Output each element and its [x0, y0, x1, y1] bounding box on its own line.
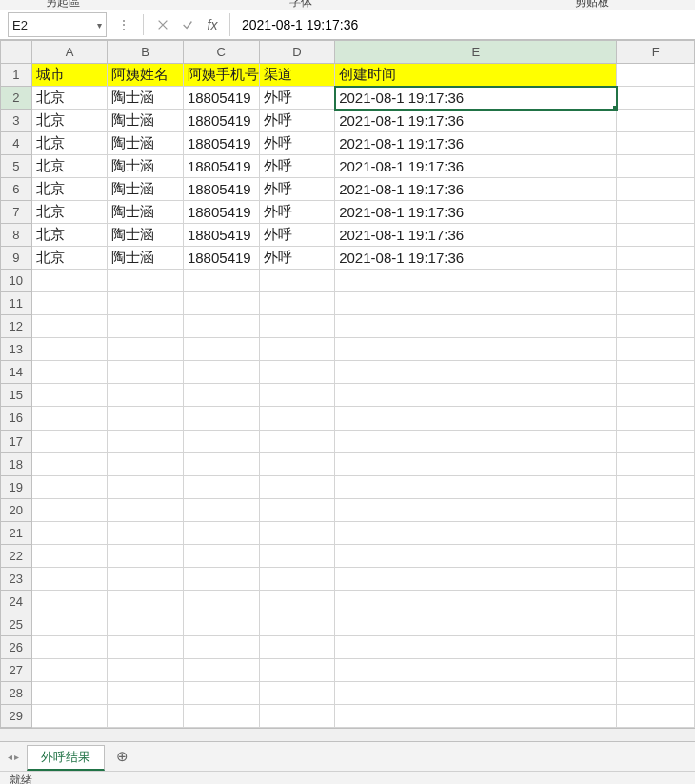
cell[interactable] [617, 407, 695, 430]
cell[interactable] [183, 498, 259, 521]
cell[interactable] [183, 270, 259, 292]
cell[interactable]: 18805419 [183, 178, 259, 201]
cell[interactable] [259, 384, 335, 407]
cell[interactable] [31, 613, 108, 635]
cell[interactable] [31, 315, 108, 338]
cell[interactable] [183, 658, 259, 681]
cell[interactable] [617, 498, 695, 521]
header-cell[interactable]: 创建时间 [335, 64, 617, 87]
cell[interactable] [108, 658, 184, 681]
cell[interactable] [259, 475, 335, 498]
spreadsheet-grid[interactable]: ABCDEF1城市阿姨姓名阿姨手机号渠道创建时间2北京陶士涵18805419外呼… [0, 40, 695, 728]
row-header[interactable]: 26 [1, 635, 32, 658]
column-header-B[interactable]: B [108, 41, 184, 64]
cell[interactable]: 外呼 [259, 132, 335, 155]
cell[interactable] [617, 590, 695, 613]
cell[interactable] [183, 704, 259, 727]
cell[interactable] [259, 430, 335, 452]
cell[interactable]: 陶士涵 [108, 87, 184, 110]
row-header[interactable]: 25 [1, 613, 32, 635]
cell[interactable] [259, 338, 335, 361]
cell[interactable] [335, 270, 617, 292]
cell[interactable] [617, 178, 695, 201]
row-header[interactable]: 29 [1, 704, 32, 727]
cell[interactable] [335, 590, 617, 613]
cell[interactable] [108, 704, 184, 727]
cell[interactable] [183, 475, 259, 498]
cell[interactable] [259, 361, 335, 384]
row-header[interactable]: 22 [1, 544, 32, 567]
cell[interactable]: 北京 [31, 87, 108, 110]
row-header[interactable]: 9 [1, 247, 32, 270]
cell[interactable]: 陶士涵 [108, 201, 184, 224]
tab-nav-first-icon[interactable]: ◂ [8, 752, 12, 762]
cell[interactable] [183, 567, 259, 590]
cell[interactable]: 18805419 [183, 247, 259, 270]
cell[interactable] [31, 338, 108, 361]
cell[interactable] [335, 407, 617, 430]
cell[interactable] [183, 613, 259, 635]
cell[interactable] [31, 407, 108, 430]
cell[interactable] [108, 498, 184, 521]
cell[interactable] [108, 635, 184, 658]
cell[interactable] [617, 452, 695, 475]
column-header-F[interactable]: F [617, 41, 695, 64]
cell[interactable]: 陶士涵 [108, 224, 184, 247]
cell[interactable]: 2021-08-1 19:17:36 [335, 247, 617, 270]
cell[interactable] [31, 498, 108, 521]
cell[interactable]: 陶士涵 [108, 155, 184, 178]
cell[interactable] [183, 430, 259, 452]
cell[interactable] [617, 384, 695, 407]
row-header[interactable]: 17 [1, 430, 32, 452]
cell[interactable] [108, 384, 184, 407]
cell[interactable] [183, 407, 259, 430]
row-header[interactable]: 28 [1, 681, 32, 704]
cell[interactable] [335, 613, 617, 635]
cell[interactable] [617, 681, 695, 704]
row-header[interactable]: 1 [1, 64, 32, 87]
row-header[interactable]: 2 [1, 87, 32, 110]
cell[interactable] [259, 590, 335, 613]
cell[interactable]: 2021-08-1 19:17:36 [335, 155, 617, 178]
cell[interactable] [335, 635, 617, 658]
cell[interactable] [259, 407, 335, 430]
selected-cell[interactable]: 2021-08-1 19:17:36 [335, 87, 617, 110]
cell[interactable] [617, 361, 695, 384]
cell[interactable] [183, 544, 259, 567]
row-header[interactable]: 14 [1, 361, 32, 384]
row-header[interactable]: 7 [1, 201, 32, 224]
cell[interactable] [108, 452, 184, 475]
cell[interactable] [259, 544, 335, 567]
cell[interactable]: 外呼 [259, 224, 335, 247]
cell[interactable] [335, 361, 617, 384]
cell[interactable] [259, 292, 335, 315]
cell[interactable]: 2021-08-1 19:17:36 [335, 110, 617, 132]
cell[interactable]: 陶士涵 [108, 132, 184, 155]
column-header-E[interactable]: E [335, 41, 617, 64]
cell[interactable]: 外呼 [259, 110, 335, 132]
cell[interactable]: 18805419 [183, 201, 259, 224]
sheet-tab-active[interactable]: 外呼结果 [27, 745, 105, 771]
cell[interactable] [335, 475, 617, 498]
cell[interactable] [259, 681, 335, 704]
cell[interactable] [31, 567, 108, 590]
cell[interactable] [31, 704, 108, 727]
cell[interactable] [335, 498, 617, 521]
cell[interactable] [183, 635, 259, 658]
name-box[interactable]: E2 ▾ [8, 12, 107, 37]
cell[interactable] [108, 407, 184, 430]
row-header[interactable]: 16 [1, 407, 32, 430]
cell[interactable]: 陶士涵 [108, 247, 184, 270]
cell[interactable]: 外呼 [259, 247, 335, 270]
cell[interactable]: 外呼 [259, 155, 335, 178]
cell[interactable] [335, 567, 617, 590]
cell[interactable] [183, 452, 259, 475]
row-header[interactable]: 6 [1, 178, 32, 201]
cell[interactable]: 北京 [31, 224, 108, 247]
cancel-icon[interactable] [153, 14, 172, 35]
cell[interactable]: 北京 [31, 132, 108, 155]
cell[interactable] [108, 521, 184, 544]
cell[interactable] [31, 430, 108, 452]
cell[interactable] [335, 292, 617, 315]
cell[interactable]: 外呼 [259, 201, 335, 224]
